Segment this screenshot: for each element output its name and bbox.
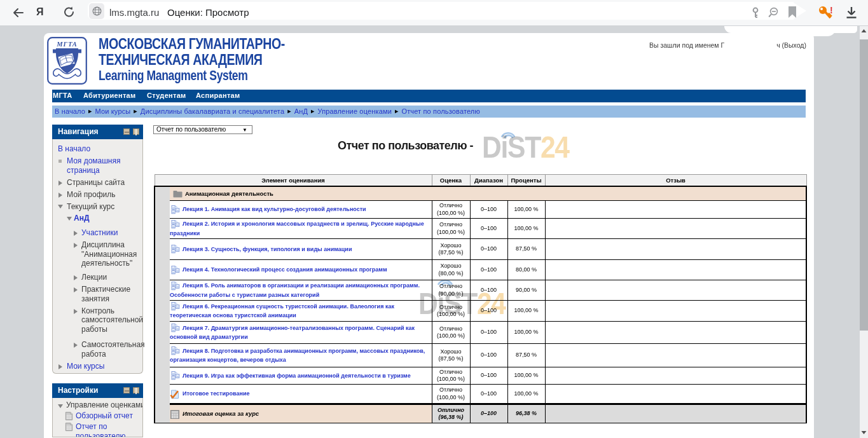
svg-text:МГТА: МГТА xyxy=(56,41,77,48)
svg-text:!: ! xyxy=(830,5,833,15)
